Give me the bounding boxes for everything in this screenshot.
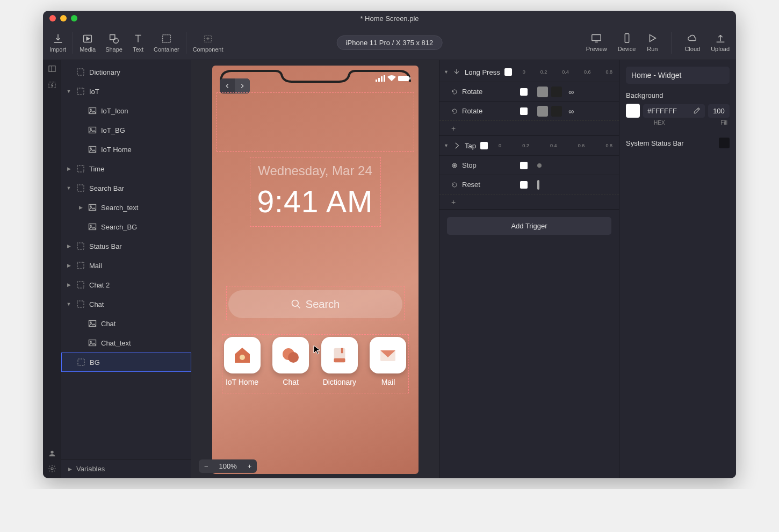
component-button[interactable]: Component — [193, 33, 223, 53]
upload-button[interactable]: Upload — [711, 32, 730, 54]
text-button[interactable]: Text — [132, 33, 144, 53]
svg-rect-13 — [89, 108, 96, 114]
svg-rect-46 — [341, 348, 343, 354]
shape-button[interactable]: Shape — [105, 33, 122, 53]
flash-icon[interactable] — [48, 81, 56, 89]
svg-point-43 — [288, 352, 299, 363]
system-status-bar-row[interactable]: System Status Bar — [626, 138, 730, 148]
layer-tree[interactable]: Dictionary▼IoTIoT_IconIoT_BGIoT Home▶Tim… — [61, 60, 191, 459]
trigger-header[interactable]: ▼Long Press00.20.40.60.8 — [439, 62, 619, 82]
add-action-button[interactable]: + — [439, 120, 619, 135]
preview-button[interactable]: Preview — [586, 32, 607, 54]
device-badge[interactable]: iPhone 11 Pro / X 375 x 812 — [337, 35, 443, 50]
svg-rect-5 — [592, 34, 601, 40]
layer-row[interactable]: Dictionary — [61, 62, 191, 82]
canvas[interactable]: Wednesday, Mar 24 9:41 AM Search IoT Hom… — [191, 60, 439, 478]
zoom-in-button[interactable]: + — [242, 459, 257, 473]
layer-row[interactable]: ▼Search Bar — [61, 178, 191, 198]
trigger-action[interactable]: Stop — [439, 155, 619, 175]
ssb-swatch[interactable] — [719, 138, 730, 148]
svg-point-40 — [292, 300, 298, 307]
layer-row[interactable]: IoT Home — [61, 140, 191, 159]
zoom-button[interactable] — [71, 15, 77, 21]
background-label: Background — [626, 91, 730, 99]
cursor-icon — [313, 345, 321, 356]
titlebar: * Home Screen.pie — [43, 11, 736, 26]
svg-rect-31 — [89, 340, 96, 346]
svg-rect-19 — [77, 166, 84, 172]
statusbar-icons — [376, 75, 411, 82]
search-icon — [291, 299, 301, 310]
trigger-header[interactable]: ▼Tap00.20.40.60.8 — [439, 136, 619, 155]
svg-rect-7 — [49, 66, 55, 72]
svg-rect-21 — [89, 205, 96, 211]
trigger-action[interactable]: Rotate∞ — [439, 82, 619, 101]
signal-icon — [376, 75, 385, 82]
bg-hex-input[interactable]: #FFFFFF — [643, 104, 705, 118]
svg-point-18 — [90, 148, 91, 149]
gear-icon[interactable] — [48, 464, 56, 473]
app-chat[interactable]: Chat — [272, 337, 309, 386]
svg-rect-25 — [77, 243, 84, 249]
app-dictionary[interactable]: Dictionary — [321, 337, 358, 386]
layer-row[interactable]: Chat_text — [61, 333, 191, 353]
nav-forward-button[interactable] — [235, 78, 250, 94]
layer-row[interactable]: Search_BG — [61, 217, 191, 236]
device-button[interactable]: Device — [618, 32, 636, 54]
layer-row[interactable]: ▶Chat 2 — [61, 275, 191, 294]
svg-point-41 — [240, 355, 245, 360]
user-icon[interactable] — [48, 449, 56, 458]
layer-row[interactable]: ▶Time — [61, 159, 191, 178]
eyedropper-icon[interactable] — [693, 107, 701, 114]
svg-point-2 — [113, 38, 118, 43]
window-controls — [49, 15, 77, 21]
svg-rect-6 — [625, 33, 629, 42]
minimize-button[interactable] — [60, 15, 67, 21]
layer-row[interactable]: ▶Status Bar — [61, 236, 191, 256]
cloud-button[interactable]: Cloud — [684, 32, 700, 54]
app-iot-home[interactable]: IoT Home — [224, 337, 261, 386]
svg-point-22 — [90, 206, 91, 207]
zoom-out-button[interactable]: − — [199, 459, 214, 473]
svg-point-9 — [51, 451, 53, 454]
layer-row[interactable]: ▼Chat — [61, 294, 191, 314]
svg-point-32 — [90, 341, 91, 342]
layer-row[interactable]: ▼IoT — [61, 82, 191, 101]
selection-outline — [217, 92, 414, 152]
bg-opacity-input[interactable]: 100 — [708, 104, 730, 118]
media-button[interactable]: Media — [80, 33, 96, 53]
time-label: 9:41 AM — [212, 184, 419, 219]
variables-section[interactable]: ▶ Variables — [61, 459, 191, 478]
layer-row[interactable]: Chat — [61, 314, 191, 333]
triggers-panel: ▼Long Press00.20.40.60.8Rotate∞Rotate∞+▼… — [439, 60, 619, 478]
panels-icon[interactable] — [48, 64, 56, 73]
zoom-level: 100% — [214, 459, 242, 473]
svg-rect-12 — [77, 88, 84, 95]
layer-row[interactable]: ▶Mail — [61, 256, 191, 275]
add-trigger-button[interactable]: Add Trigger — [447, 217, 611, 235]
layer-row[interactable]: IoT_Icon — [61, 101, 191, 120]
svg-rect-26 — [77, 262, 84, 269]
trigger-action[interactable]: Reset — [439, 175, 619, 194]
app-mail[interactable]: Mail — [370, 337, 406, 386]
inspector-title: Home - Widget — [626, 67, 730, 84]
trigger-action[interactable]: Rotate∞ — [439, 101, 619, 120]
layer-row[interactable]: ▶Search_text — [61, 198, 191, 217]
svg-point-16 — [90, 128, 91, 130]
svg-rect-11 — [77, 69, 84, 75]
nav-arrows — [220, 78, 250, 94]
layer-row[interactable]: BG — [61, 353, 191, 372]
add-action-button[interactable]: + — [439, 194, 619, 209]
device-preview[interactable]: Wednesday, Mar 24 9:41 AM Search IoT Hom… — [212, 66, 419, 474]
app-row: IoT Home Chat Dictionary Mail — [224, 337, 407, 386]
run-button[interactable]: Run — [646, 32, 658, 54]
nav-back-button[interactable] — [220, 78, 235, 94]
layer-row[interactable]: IoT_BG — [61, 120, 191, 140]
app-window: * Home Screen.pie Import Media Shape Tex… — [43, 11, 736, 478]
container-button[interactable]: Container — [154, 33, 179, 53]
search-bar[interactable]: Search — [228, 290, 402, 318]
svg-rect-23 — [89, 224, 96, 230]
bg-color-swatch[interactable] — [626, 104, 640, 118]
import-button[interactable]: Import — [49, 33, 66, 53]
close-button[interactable] — [49, 15, 56, 21]
